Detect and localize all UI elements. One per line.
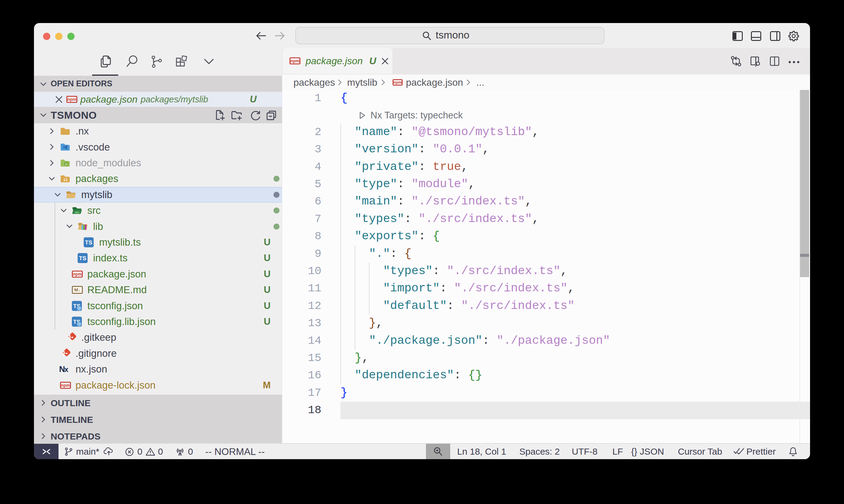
svg-text:js: js: [65, 163, 68, 165]
svg-text:</>: </>: [74, 211, 80, 214]
